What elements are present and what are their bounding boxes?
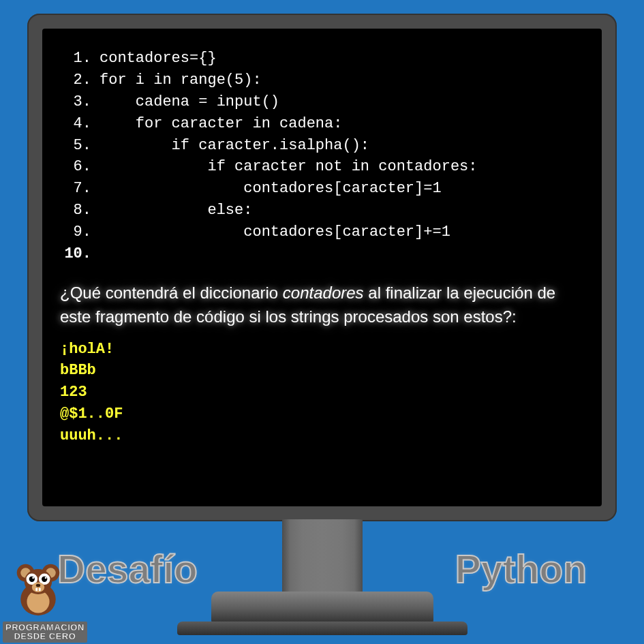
svg-rect-15 xyxy=(35,588,37,592)
line-number: 2. xyxy=(60,70,91,91)
input-line: @$1..0F xyxy=(60,403,584,425)
code-line: 8. else: xyxy=(60,200,584,221)
title-right: Python xyxy=(455,547,587,592)
code-text: else: xyxy=(99,200,252,221)
input-line: bBBb xyxy=(60,360,584,382)
input-line: ¡holA! xyxy=(60,339,584,361)
svg-point-13 xyxy=(32,582,44,592)
svg-point-9 xyxy=(29,577,35,582)
line-number: 10. xyxy=(60,243,91,265)
input-line: 123 xyxy=(60,382,584,403)
line-number: 1. xyxy=(60,48,91,70)
monitor-stand-base xyxy=(211,592,433,623)
line-number: 8. xyxy=(60,200,91,221)
code-line: 1.contadores={} xyxy=(60,48,584,70)
code-text: for caracter in cadena: xyxy=(99,113,342,135)
svg-point-10 xyxy=(42,577,47,582)
code-line: 4. for caracter in cadena: xyxy=(60,113,584,135)
mascot-icon xyxy=(7,553,70,618)
input-line: uuuh... xyxy=(60,425,584,447)
question-italic: contadores xyxy=(283,283,364,302)
code-line: 9. contadores[caracter]+=1 xyxy=(60,221,584,243)
monitor-stand-plate xyxy=(177,622,467,635)
code-text: contadores[caracter]=1 xyxy=(99,178,442,200)
question-part1: ¿Qué contendrá el diccionario xyxy=(60,283,283,302)
code-line: 3. cadena = input() xyxy=(60,91,584,113)
line-number: 7. xyxy=(60,178,91,200)
code-line: 2.for i in range(5): xyxy=(60,70,584,91)
question-text: ¿Qué contendrá el diccionario contadores… xyxy=(60,281,584,329)
code-text: for i in range(5): xyxy=(99,70,262,91)
svg-rect-16 xyxy=(39,588,41,592)
brand-label: PROGRAMACIÓN DESDE CERO xyxy=(3,622,87,643)
code-text: contadores={} xyxy=(99,48,217,70)
input-strings: ¡holA!bBBb123@$1..0Fuuuh... xyxy=(60,339,584,447)
code-block: 1.contadores={}2.for i in range(5):3. ca… xyxy=(60,48,584,265)
code-text: contadores[caracter]+=1 xyxy=(99,221,450,243)
code-line: 5. if caracter.isalpha(): xyxy=(60,135,584,157)
monitor-frame: 1.contadores={}2.for i in range(5):3. ca… xyxy=(27,14,617,521)
code-text: if caracter not in contadores: xyxy=(99,156,478,178)
line-number: 9. xyxy=(60,221,91,243)
line-number: 4. xyxy=(60,113,91,135)
code-line: 10. xyxy=(60,243,584,265)
screen: 1.contadores={}2.for i in range(5):3. ca… xyxy=(42,29,602,506)
line-number: 6. xyxy=(60,156,91,178)
code-line: 6. if caracter not in contadores: xyxy=(60,156,584,178)
line-number: 5. xyxy=(60,135,91,157)
line-number: 3. xyxy=(60,91,91,113)
svg-point-14 xyxy=(36,584,40,587)
brand-line2: DESDE CERO xyxy=(14,631,76,641)
monitor-stand-neck xyxy=(282,519,363,594)
code-text: cadena = input() xyxy=(99,91,279,113)
code-text: if caracter.isalpha(): xyxy=(99,135,369,157)
code-line: 7. contadores[caracter]=1 xyxy=(60,178,584,200)
title-left: Desafío xyxy=(57,547,198,592)
svg-point-12 xyxy=(45,577,47,579)
svg-point-11 xyxy=(32,577,34,579)
